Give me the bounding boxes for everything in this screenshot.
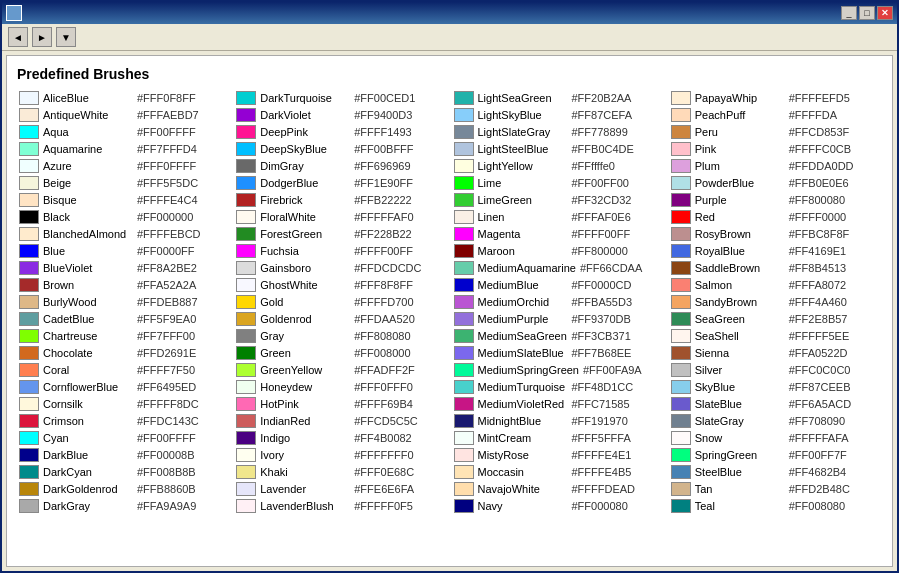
- color-hex: #FF708090: [789, 415, 845, 427]
- color-swatch: [19, 499, 39, 513]
- color-swatch: [454, 125, 474, 139]
- maximize-button[interactable]: □: [859, 6, 875, 20]
- color-hex: #FFFFE4E1: [572, 449, 632, 461]
- list-item: NavajoWhite#FFFFDEAD: [452, 481, 665, 497]
- color-swatch: [454, 397, 474, 411]
- color-hex: #FF9400D3: [354, 109, 412, 121]
- color-hex: #FF87CEEB: [789, 381, 851, 393]
- list-item: SkyBlue#FF87CEEB: [669, 379, 882, 395]
- color-name: Firebrick: [260, 194, 350, 206]
- color-grid: AliceBlue#FFF0F8FFDarkTurquoise#FF00CED1…: [17, 90, 882, 514]
- color-swatch: [671, 499, 691, 513]
- color-swatch: [19, 159, 39, 173]
- list-item: ForestGreen#FF228B22: [234, 226, 447, 242]
- color-swatch: [236, 465, 256, 479]
- list-item: Moccasin#FFFFE4B5: [452, 464, 665, 480]
- color-name: MidnightBlue: [478, 415, 568, 427]
- color-hex: #FFE6E6FA: [354, 483, 414, 495]
- color-hex: #FFC71585: [572, 398, 630, 410]
- color-name: MistyRose: [478, 449, 568, 461]
- color-swatch: [236, 261, 256, 275]
- list-item: AntiqueWhite#FFFAEBD7: [17, 107, 230, 123]
- color-name: Gold: [260, 296, 350, 308]
- color-swatch: [454, 363, 474, 377]
- color-name: ForestGreen: [260, 228, 350, 240]
- list-item: Salmon#FFFA8072: [669, 277, 882, 293]
- color-name: NavajoWhite: [478, 483, 568, 495]
- list-item: LimeGreen#FF32CD32: [452, 192, 665, 208]
- color-swatch: [236, 380, 256, 394]
- list-item: BlanchedAlmond#FFFFEBCD: [17, 226, 230, 242]
- color-hex: #FFF5FFFA: [572, 432, 631, 444]
- list-item: SaddleBrown#FF8B4513: [669, 260, 882, 276]
- color-swatch: [671, 227, 691, 241]
- color-name: DodgerBlue: [260, 177, 350, 189]
- color-hex: #FF191970: [572, 415, 628, 427]
- color-hex: #FF5F9EA0: [137, 313, 196, 325]
- color-hex: #FF808080: [354, 330, 410, 342]
- color-swatch: [236, 210, 256, 224]
- color-name: RoyalBlue: [695, 245, 785, 257]
- color-swatch: [19, 482, 39, 496]
- content-area[interactable]: Predefined Brushes AliceBlue#FFF0F8FFDar…: [6, 55, 893, 567]
- color-name: BlanchedAlmond: [43, 228, 133, 240]
- color-name: LightSlateGray: [478, 126, 568, 138]
- color-swatch: [671, 363, 691, 377]
- color-swatch: [236, 125, 256, 139]
- list-item: MediumOrchid#FFBA55D3: [452, 294, 665, 310]
- color-hex: #FF4B0082: [354, 432, 411, 444]
- color-hex: #FF87CEFA: [572, 109, 633, 121]
- list-item: SteelBlue#FF4682B4: [669, 464, 882, 480]
- color-name: GhostWhite: [260, 279, 350, 291]
- minimize-button[interactable]: _: [841, 6, 857, 20]
- color-hex: #FFCD5C5C: [354, 415, 418, 427]
- back-button[interactable]: ◄: [8, 27, 28, 47]
- color-name: Coral: [43, 364, 133, 376]
- color-name: Indigo: [260, 432, 350, 444]
- dropdown-button[interactable]: ▼: [56, 27, 76, 47]
- color-hex: #FF696969: [354, 160, 410, 172]
- color-hex: #FF008080: [789, 500, 845, 512]
- color-hex: #FFFFFAF0: [354, 211, 413, 223]
- list-item: Peru#FFCD853F: [669, 124, 882, 140]
- color-hex: #FF9370DB: [572, 313, 631, 325]
- color-name: DeepSkyBlue: [260, 143, 350, 155]
- close-button[interactable]: ✕: [877, 6, 893, 20]
- color-name: Teal: [695, 500, 785, 512]
- color-swatch: [454, 210, 474, 224]
- color-name: MediumAquamarine: [478, 262, 576, 274]
- color-hex: #FF4169E1: [789, 245, 846, 257]
- color-name: LightSteelBlue: [478, 143, 568, 155]
- list-item: RosyBrown#FFBC8F8F: [669, 226, 882, 242]
- list-item: SpringGreen#FF00FF7F: [669, 447, 882, 463]
- list-item: DarkCyan#FF008B8B: [17, 464, 230, 480]
- list-item: DarkGoldenrod#FFB8860B: [17, 481, 230, 497]
- color-swatch: [671, 261, 691, 275]
- color-hex: #FF20B2AA: [572, 92, 632, 104]
- color-hex: #FFBA55D3: [572, 296, 633, 308]
- color-swatch: [454, 91, 474, 105]
- list-item: Coral#FFFF7F50: [17, 362, 230, 378]
- list-item: MediumSpringGreen#FF00FA9A: [452, 362, 665, 378]
- list-item: PeachPuff#FFFFDA: [669, 107, 882, 123]
- color-hex: #FF8A2BE2: [137, 262, 197, 274]
- color-hex: #FFF5F5DC: [137, 177, 198, 189]
- color-swatch: [19, 431, 39, 445]
- color-swatch: [19, 380, 39, 394]
- list-item: Indigo#FF4B0082: [234, 430, 447, 446]
- color-name: CornflowerBlue: [43, 381, 133, 393]
- color-name: MediumTurquoise: [478, 381, 568, 393]
- list-item: Maroon#FF800000: [452, 243, 665, 259]
- color-name: Red: [695, 211, 785, 223]
- color-swatch: [19, 278, 39, 292]
- forward-button[interactable]: ►: [32, 27, 52, 47]
- color-hex: #FF8B4513: [789, 262, 846, 274]
- color-name: Gray: [260, 330, 350, 342]
- color-name: MediumBlue: [478, 279, 568, 291]
- title-bar-left: [6, 5, 26, 21]
- list-item: Plum#FFDDA0DD: [669, 158, 882, 174]
- color-hex: #FFD2B48C: [789, 483, 850, 495]
- list-item: Lime#FF00FF00: [452, 175, 665, 191]
- color-swatch: [236, 227, 256, 241]
- title-bar: _ □ ✕: [2, 2, 897, 24]
